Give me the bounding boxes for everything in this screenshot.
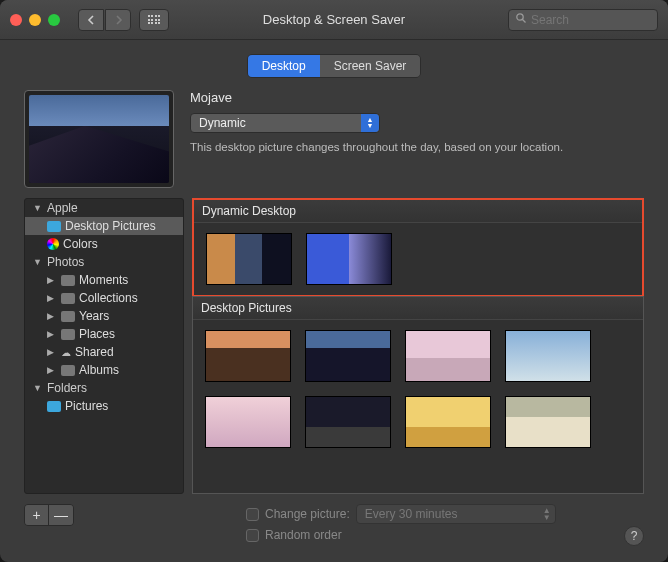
disclosure-triangle-icon: ▼	[33, 257, 43, 267]
disclosure-triangle-icon: ▶	[47, 347, 57, 357]
interval-select: Every 30 minutes ▲▼	[356, 504, 556, 524]
back-button[interactable]	[78, 9, 104, 31]
add-folder-button[interactable]: +	[25, 505, 49, 525]
sidebar-section-folders[interactable]: ▼Folders	[25, 379, 183, 397]
source-sidebar[interactable]: ▼Apple Desktop Pictures Colors ▼Photos ▶…	[24, 198, 184, 494]
sidebar-item-pictures-folder[interactable]: Pictures	[25, 397, 183, 415]
search-input[interactable]	[531, 13, 651, 27]
window-title: Desktop & Screen Saver	[263, 12, 405, 27]
remove-folder-button[interactable]: —	[49, 505, 73, 525]
stepper-icon: ▲▼	[361, 114, 379, 132]
change-picture-checkbox[interactable]	[246, 508, 259, 521]
wallpaper-grid: Dynamic Desktop Desktop Pictures	[192, 198, 644, 494]
wallpaper-thumb[interactable]	[205, 396, 291, 448]
wallpaper-thumb[interactable]	[505, 330, 591, 382]
minimize-icon[interactable]	[29, 14, 41, 26]
grid-icon	[148, 15, 161, 24]
wallpaper-description: This desktop picture changes throughout …	[190, 141, 644, 153]
disclosure-triangle-icon: ▶	[47, 311, 57, 321]
sidebar-item-places[interactable]: ▶Places	[25, 325, 183, 343]
main-row: ▼Apple Desktop Pictures Colors ▼Photos ▶…	[0, 198, 668, 494]
section-title-dynamic: Dynamic Desktop	[194, 200, 642, 223]
traffic-lights	[10, 14, 60, 26]
disclosure-triangle-icon: ▼	[33, 383, 43, 393]
show-all-button[interactable]	[139, 9, 169, 31]
tab-bar: Desktop Screen Saver	[0, 54, 668, 78]
sidebar-section-apple[interactable]: ▼Apple	[25, 199, 183, 217]
stepper-icon: ▲▼	[539, 507, 555, 521]
dynamic-desktop-section: Dynamic Desktop	[192, 198, 644, 297]
bottom-bar: + — Change picture: Every 30 minutes ▲▼ …	[0, 494, 668, 562]
color-wheel-icon	[47, 238, 59, 250]
folder-icon	[61, 365, 75, 376]
tab-screensaver[interactable]: Screen Saver	[320, 55, 421, 77]
desktop-pictures-section: Desktop Pictures	[192, 296, 644, 494]
cloud-icon: ☁	[61, 347, 71, 358]
search-field[interactable]	[508, 9, 658, 31]
chevron-right-icon	[114, 15, 123, 25]
sidebar-item-desktop-pictures[interactable]: Desktop Pictures	[25, 217, 183, 235]
appearance-value: Dynamic	[191, 116, 361, 130]
disclosure-triangle-icon: ▶	[47, 329, 57, 339]
sidebar-item-albums[interactable]: ▶Albums	[25, 361, 183, 379]
disclosure-triangle-icon: ▶	[47, 275, 57, 285]
folder-icon	[47, 221, 61, 232]
folder-icon	[61, 275, 75, 286]
folder-icon	[61, 293, 75, 304]
random-order-checkbox	[246, 529, 259, 542]
appearance-select[interactable]: Dynamic ▲▼	[190, 113, 380, 133]
wallpaper-name: Mojave	[190, 90, 644, 105]
svg-point-0	[517, 14, 523, 20]
random-order-label: Random order	[265, 528, 342, 542]
disclosure-triangle-icon: ▶	[47, 293, 57, 303]
sidebar-item-years[interactable]: ▶Years	[25, 307, 183, 325]
forward-button	[105, 9, 131, 31]
change-picture-label: Change picture:	[265, 507, 350, 521]
wallpaper-thumb[interactable]	[505, 396, 591, 448]
sidebar-item-moments[interactable]: ▶Moments	[25, 271, 183, 289]
wallpaper-thumb[interactable]	[305, 330, 391, 382]
prefs-window: Desktop & Screen Saver Desktop Screen Sa…	[0, 0, 668, 562]
svg-line-1	[523, 20, 526, 23]
close-icon[interactable]	[10, 14, 22, 26]
disclosure-triangle-icon: ▶	[47, 365, 57, 375]
tab-desktop[interactable]: Desktop	[248, 55, 320, 77]
wallpaper-thumb[interactable]	[205, 330, 291, 382]
wallpaper-thumb[interactable]	[405, 330, 491, 382]
interval-value: Every 30 minutes	[357, 507, 539, 521]
chevron-left-icon	[87, 15, 96, 25]
wallpaper-thumb[interactable]	[305, 396, 391, 448]
folder-icon	[61, 311, 75, 322]
folder-icon	[47, 401, 61, 412]
sidebar-item-shared[interactable]: ▶☁Shared	[25, 343, 183, 361]
search-icon	[515, 12, 527, 27]
nav-buttons	[78, 9, 131, 31]
wallpaper-thumb[interactable]	[306, 233, 392, 285]
sidebar-item-colors[interactable]: Colors	[25, 235, 183, 253]
wallpaper-thumb[interactable]	[206, 233, 292, 285]
wallpaper-preview	[24, 90, 174, 188]
help-button[interactable]: ?	[624, 526, 644, 546]
folder-icon	[61, 329, 75, 340]
zoom-icon[interactable]	[48, 14, 60, 26]
current-wallpaper-row: Mojave Dynamic ▲▼ This desktop picture c…	[0, 90, 668, 198]
wallpaper-thumb[interactable]	[405, 396, 491, 448]
add-remove-group: + —	[24, 504, 74, 526]
sidebar-section-photos[interactable]: ▼Photos	[25, 253, 183, 271]
section-title-pictures: Desktop Pictures	[193, 297, 643, 320]
titlebar: Desktop & Screen Saver	[0, 0, 668, 40]
disclosure-triangle-icon: ▼	[33, 203, 43, 213]
change-options: Change picture: Every 30 minutes ▲▼ Rand…	[246, 504, 612, 546]
sidebar-item-collections[interactable]: ▶Collections	[25, 289, 183, 307]
